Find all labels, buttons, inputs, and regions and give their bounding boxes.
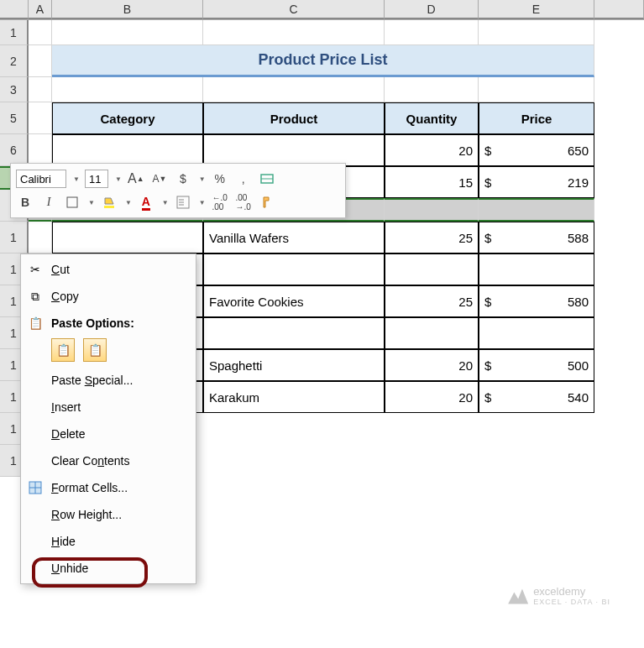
increase-font-button[interactable]: A▲ — [127, 170, 145, 188]
row-header-3[interactable]: 3 — [0, 77, 29, 102]
clipboard-icon: 📋 — [28, 316, 43, 331]
menu-format-cells[interactable]: Format Cells... — [21, 474, 196, 501]
title-row: Product Price List — [29, 45, 644, 77]
context-menu: ✂CuCutt ⧉Copy 📋Paste Options: 📋 📋 Paste … — [20, 253, 196, 584]
decrease-font-button[interactable]: A▼ — [150, 170, 169, 188]
col-header-D[interactable]: D — [385, 0, 479, 19]
th-quantity: Quantity — [385, 102, 479, 134]
col-header-E[interactable]: E — [479, 0, 594, 19]
border-button[interactable] — [63, 193, 81, 212]
col-header-rest — [594, 0, 644, 19]
table-row: 20 $650 — [29, 134, 644, 166]
format-cells-icon — [28, 480, 43, 495]
format-painter-button[interactable] — [258, 193, 276, 212]
merge-icon[interactable] — [258, 170, 276, 188]
paste-values-icon[interactable]: 📋 — [83, 338, 107, 362]
col-header-A[interactable]: A — [29, 0, 52, 19]
copy-icon: ⧉ — [28, 289, 43, 304]
decrease-decimal-button[interactable]: .00→.0 — [234, 193, 253, 212]
comma-button[interactable]: , — [234, 170, 253, 188]
increase-decimal-button[interactable]: ←.0.00 — [211, 193, 229, 212]
mini-toolbar: ▼ ▼ A▲ A▼ $▼ % , B I ▼ ▼ A▼ ▼ ←.0.00 .00… — [10, 163, 346, 218]
bold-button[interactable]: B — [16, 193, 34, 212]
italic-button[interactable]: I — [39, 193, 58, 212]
font-input[interactable] — [16, 170, 66, 188]
col-header-B[interactable]: B — [52, 0, 203, 19]
row-header-6[interactable]: 6 — [0, 134, 29, 166]
size-input[interactable] — [85, 170, 108, 188]
font-color-button[interactable]: A — [137, 193, 155, 212]
menu-insert[interactable]: Insert — [21, 394, 196, 421]
menu-unhide[interactable]: Unhide — [21, 555, 196, 582]
menu-row-height[interactable]: Row Height... — [21, 501, 196, 528]
menu-paste-special[interactable]: Paste Special... — [21, 367, 196, 394]
menu-clear[interactable]: Clear Contents — [21, 447, 196, 474]
th-price: Price — [479, 102, 594, 134]
chevron-down-icon[interactable]: ▼ — [115, 175, 122, 183]
table-header-row: Category Product Quantity Price — [29, 102, 644, 134]
svg-rect-3 — [104, 206, 114, 208]
th-category: Category — [52, 102, 203, 134]
col-header-C[interactable]: C — [203, 0, 385, 19]
menu-hide[interactable]: Hide — [21, 528, 196, 555]
column-header-row: A B C D E — [0, 0, 644, 20]
page-title: Product Price List — [57, 51, 589, 69]
row-header-1[interactable]: 1 — [0, 20, 29, 45]
watermark: exceldemyEXCEL · DATA · BI — [508, 585, 610, 606]
percent-button[interactable]: % — [211, 170, 229, 188]
table-row: Vanilla Wafers 25 $588 — [29, 222, 644, 253]
menu-paste-options: 📋Paste Options: — [21, 310, 196, 337]
currency-button[interactable]: $ — [174, 170, 192, 188]
menu-copy[interactable]: ⧉Copy — [21, 283, 196, 310]
row-header-2[interactable]: 2 — [0, 45, 29, 77]
select-all-corner[interactable] — [0, 0, 29, 19]
svg-rect-2 — [67, 197, 77, 207]
th-product: Product — [203, 102, 385, 134]
align-button[interactable] — [174, 193, 192, 212]
row-header-5[interactable]: 5 — [0, 102, 29, 134]
paste-icon[interactable]: 📋 — [51, 338, 75, 362]
fill-color-button[interactable] — [100, 193, 118, 212]
row-header-x1[interactable]: 1 — [0, 222, 29, 253]
menu-cut[interactable]: ✂CuCutt — [21, 256, 196, 283]
scissors-icon: ✂ — [28, 262, 43, 277]
watermark-logo-icon — [508, 588, 528, 604]
chevron-down-icon[interactable]: ▼ — [73, 175, 80, 183]
menu-delete[interactable]: Delete — [21, 421, 196, 447]
paste-option-icons: 📋 📋 — [21, 337, 196, 367]
